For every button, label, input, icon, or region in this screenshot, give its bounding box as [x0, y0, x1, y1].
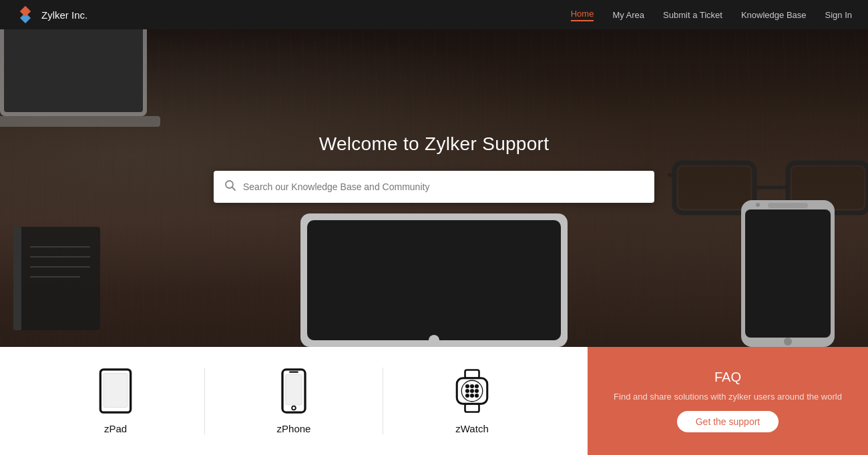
- svg-rect-37: [465, 370, 479, 378]
- product-item-zwatch: zWatch: [383, 368, 561, 434]
- tablet-decoration: [280, 213, 588, 347]
- faq-description: Find and share solutions with zylker use…: [614, 390, 842, 404]
- svg-rect-38: [465, 404, 479, 412]
- svg-rect-18: [745, 209, 831, 338]
- product-item-zphone: zPhone: [205, 368, 383, 434]
- hero-title: Welcome to Zylker Support: [319, 133, 550, 155]
- svg-point-47: [465, 393, 469, 397]
- product-item-zpad: zPad: [27, 368, 204, 434]
- svg-point-44: [465, 388, 469, 392]
- svg-rect-21: [768, 203, 808, 208]
- svg-rect-15: [307, 220, 561, 340]
- svg-marker-3: [20, 6, 31, 17]
- svg-rect-31: [103, 373, 128, 407]
- notebook-decoration: [13, 227, 107, 334]
- svg-line-29: [232, 187, 236, 190]
- svg-rect-22: [13, 227, 100, 330]
- svg-point-36: [292, 406, 296, 410]
- search-input[interactable]: [243, 181, 644, 192]
- brand-logo-icon: [16, 5, 35, 24]
- navbar-links: Home My Area Submit a Ticket Knowledge B…: [571, 9, 852, 21]
- navbar: Zylker Inc. Home My Area Submit a Ticket…: [0, 0, 868, 29]
- laptop-decoration: [0, 29, 160, 136]
- zwatch-icon: [453, 368, 491, 416]
- hero-section: Welcome to Zylker Support: [0, 29, 868, 347]
- bottom-section: zPad zPhone: [0, 347, 868, 455]
- svg-rect-34: [286, 374, 302, 404]
- svg-point-19: [784, 338, 792, 346]
- zpad-icon: [97, 368, 134, 416]
- hero-content: Welcome to Zylker Support: [214, 133, 654, 203]
- faq-title: FAQ: [714, 370, 741, 385]
- svg-point-46: [475, 388, 479, 392]
- svg-point-16: [429, 335, 439, 346]
- zphone-name: zPhone: [277, 423, 311, 434]
- brand: Zylker Inc.: [16, 5, 87, 24]
- svg-point-41: [465, 384, 469, 388]
- search-icon: [224, 179, 236, 195]
- svg-rect-5: [4, 29, 143, 112]
- faq-section: FAQ Find and share solutions with zylker…: [588, 347, 868, 455]
- svg-rect-6: [0, 116, 160, 127]
- nav-link-submit-ticket[interactable]: Submit a Ticket: [663, 10, 722, 20]
- zphone-icon: [275, 368, 312, 416]
- nav-link-my-area[interactable]: My Area: [612, 10, 644, 20]
- svg-point-20: [756, 203, 760, 207]
- svg-point-43: [475, 384, 479, 388]
- nav-link-knowledge-base[interactable]: Knowledge Base: [741, 10, 807, 20]
- svg-rect-23: [13, 227, 21, 330]
- svg-point-48: [470, 393, 474, 397]
- nav-link-sign-in[interactable]: Sign In: [825, 10, 852, 20]
- svg-point-42: [470, 384, 474, 388]
- search-bar: [214, 171, 654, 203]
- phone-decoration: [728, 200, 848, 347]
- get-support-button[interactable]: Get the support: [677, 411, 779, 432]
- svg-point-45: [470, 388, 474, 392]
- products-section: zPad zPhone: [0, 347, 588, 455]
- nav-link-home[interactable]: Home: [571, 9, 594, 21]
- zpad-name: zPad: [104, 423, 127, 434]
- svg-point-49: [475, 393, 479, 397]
- zwatch-name: zWatch: [455, 423, 488, 434]
- brand-name: Zylker Inc.: [41, 9, 87, 21]
